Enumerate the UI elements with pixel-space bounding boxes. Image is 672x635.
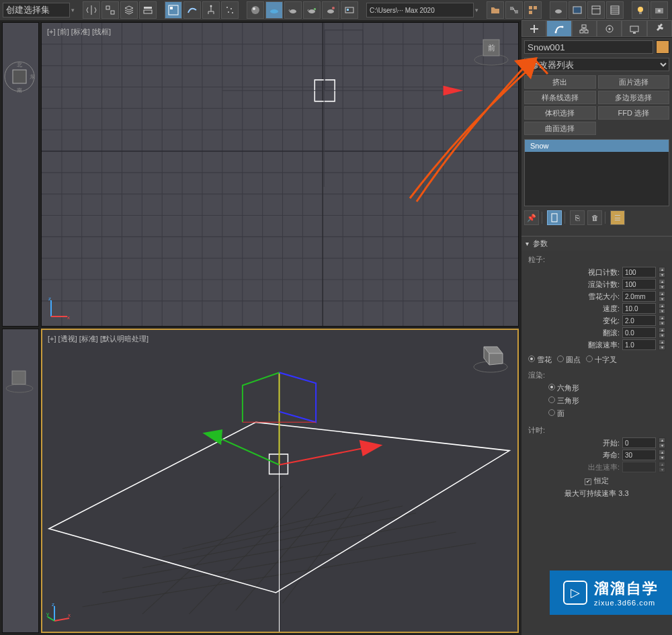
pin-stack-icon[interactable]: 📌 xyxy=(524,210,539,225)
scene-explorer-icon[interactable] xyxy=(587,1,605,19)
viewport-front[interactable]: [+] [前] [标准] [线框] 前 xyxy=(41,22,519,327)
tool-schematic-icon[interactable] xyxy=(202,1,220,19)
radio-cross[interactable]: 十字叉 xyxy=(586,355,617,365)
spinner-icon[interactable]: ▴▾ xyxy=(659,437,665,448)
modifier-stack[interactable]: Snow xyxy=(524,139,669,206)
group-timing: 计时: xyxy=(528,424,665,437)
open-file-icon[interactable] xyxy=(487,1,504,19)
svg-point-127 xyxy=(561,26,563,28)
spinner-icon[interactable]: ▴▾ xyxy=(659,450,665,460)
teapot-3-icon[interactable] xyxy=(322,1,339,19)
svg-rect-0 xyxy=(106,6,110,9)
viewport-left-small[interactable] xyxy=(2,329,39,633)
spinner-icon[interactable]: ▴▾ xyxy=(659,303,665,314)
tab-display[interactable] xyxy=(622,20,646,37)
input-variation[interactable] xyxy=(622,315,656,326)
spinner-icon[interactable]: ▴▾ xyxy=(659,267,665,278)
input-tumble-rate[interactable] xyxy=(622,339,656,350)
project-path-combo[interactable] xyxy=(366,3,474,17)
tool-curve-editor-icon[interactable] xyxy=(165,1,182,19)
tool-mirror-icon[interactable] xyxy=(83,1,100,19)
spinner-icon[interactable]: ▴▾ xyxy=(659,279,665,290)
spinner-icon: ▴▾ xyxy=(659,462,665,472)
link-icon[interactable] xyxy=(505,1,523,19)
tab-create[interactable] xyxy=(521,20,546,37)
svg-rect-21 xyxy=(510,7,513,10)
btn-extrude[interactable]: 挤出 xyxy=(524,75,596,89)
svg-rect-130 xyxy=(585,30,588,33)
viewport-label[interactable]: [+] [前] [标准] [线框] xyxy=(47,27,111,37)
viewcube-persp-icon[interactable] xyxy=(470,337,511,377)
btn-face-select[interactable]: 面片选择 xyxy=(598,75,670,89)
render-frame-icon[interactable] xyxy=(569,1,586,19)
object-name-input[interactable] xyxy=(524,40,653,54)
tool-align-icon[interactable] xyxy=(101,1,119,19)
make-unique-icon[interactable]: ⎘ xyxy=(570,210,585,225)
btn-ffd-select[interactable]: FFD 选择 xyxy=(598,106,670,120)
viewcube-icon[interactable]: 北东南 xyxy=(2,56,39,97)
tool-layers-icon[interactable] xyxy=(120,1,138,19)
spinner-icon[interactable]: ▴▾ xyxy=(659,339,665,350)
viewcube-front-icon[interactable]: 前 xyxy=(471,30,511,70)
checkbox-constant[interactable]: ✔恒定 xyxy=(585,476,609,486)
render-preset-icon[interactable] xyxy=(341,1,358,19)
tool-material-icon[interactable] xyxy=(247,1,264,19)
radio-tri[interactable]: 三角形 xyxy=(548,396,579,406)
label-variation: 变化: xyxy=(603,316,620,326)
spinner-icon[interactable]: ▴▾ xyxy=(659,327,665,338)
teapot-render-icon[interactable] xyxy=(550,1,567,19)
remove-modifier-icon[interactable]: 🗑 xyxy=(587,210,602,225)
svg-point-7 xyxy=(226,7,228,8)
radio-snow[interactable]: 雪花 xyxy=(528,355,552,365)
radio-face[interactable]: 面 xyxy=(548,409,564,419)
spinner-icon[interactable]: ▴▾ xyxy=(659,291,665,302)
spinner-icon[interactable]: ▴▾ xyxy=(659,315,665,326)
svg-line-112 xyxy=(216,436,279,464)
tool-ribbon-icon[interactable] xyxy=(139,1,157,19)
lightbulb-icon[interactable] xyxy=(632,1,649,19)
stack-toolbar: 📌 ⎘ 🗑 ☰ xyxy=(521,208,672,228)
modifier-list-dropdown[interactable]: 修改器列表 xyxy=(524,58,669,71)
snapshot-icon[interactable] xyxy=(650,1,668,19)
btn-surface-select[interactable]: 曲面选择 xyxy=(524,122,596,135)
btn-poly-select[interactable]: 多边形选择 xyxy=(598,91,670,104)
input-start[interactable] xyxy=(622,437,656,448)
radio-hex[interactable]: 六角形 xyxy=(548,383,579,393)
object-color-swatch[interactable] xyxy=(656,40,669,54)
input-life[interactable] xyxy=(622,450,656,460)
tool-render-icon[interactable] xyxy=(265,1,283,19)
btn-volume-select[interactable]: 体积选择 xyxy=(524,106,596,120)
label-render-count: 渲染计数: xyxy=(588,280,620,290)
tool-particle-icon[interactable] xyxy=(221,1,239,19)
radio-dot[interactable]: 圆点 xyxy=(557,355,581,365)
svg-text:z: z xyxy=(48,296,51,302)
teapot-1-icon[interactable] xyxy=(284,1,302,19)
group-render: 渲染: xyxy=(528,369,665,382)
teapot-2-icon[interactable] xyxy=(303,1,321,19)
tab-modify[interactable] xyxy=(546,20,571,37)
input-speed[interactable] xyxy=(622,303,656,314)
rollup-parameters[interactable]: 参数 xyxy=(521,236,672,251)
viewport-perspective[interactable]: [+] [透视] [标准] [默认明暗处理] xyxy=(41,329,519,633)
viewport-top-small[interactable]: 北东南 xyxy=(2,22,39,327)
tool-dope-sheet-icon[interactable] xyxy=(183,1,201,19)
input-flake-size[interactable] xyxy=(622,291,656,302)
configure-sets-icon[interactable]: ☰ xyxy=(610,210,625,225)
tab-hierarchy[interactable] xyxy=(572,20,597,37)
tab-utilities[interactable] xyxy=(647,20,672,37)
axis-indicator-persp-icon: z x y xyxy=(46,601,73,628)
selection-set-combo[interactable]: 创建选择集 xyxy=(3,3,70,17)
input-viewport-count[interactable] xyxy=(622,267,656,278)
input-render-count[interactable] xyxy=(622,279,656,290)
show-end-result-icon[interactable] xyxy=(547,210,562,225)
asset-icon[interactable] xyxy=(524,1,542,19)
btn-spline-select[interactable]: 样条线选择 xyxy=(524,91,596,104)
batch-render-icon[interactable] xyxy=(606,1,624,19)
viewcube-small-icon[interactable] xyxy=(3,363,36,396)
tab-motion[interactable] xyxy=(597,20,622,37)
input-tumble[interactable] xyxy=(622,327,656,338)
svg-text:北: 北 xyxy=(17,62,22,68)
viewport-label-persp[interactable]: [+] [透视] [标准] [默认明暗处理] xyxy=(48,334,149,344)
svg-rect-2 xyxy=(144,7,152,9)
stack-item-snow[interactable]: Snow xyxy=(525,140,669,152)
